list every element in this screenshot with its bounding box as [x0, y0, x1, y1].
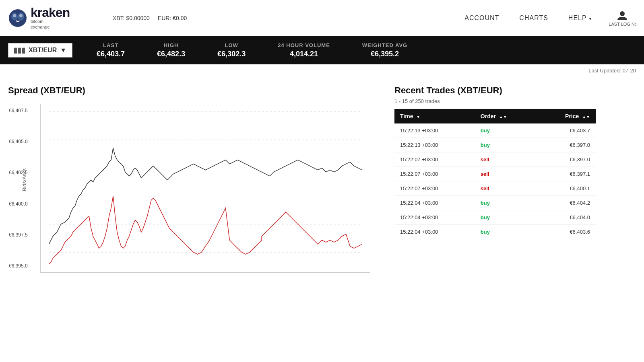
table-header-row: Time ▼ Order ▲▼ Price ▲▼: [394, 109, 596, 123]
nav-account[interactable]: ACCOUNT: [464, 14, 499, 22]
y-tick-1: €6,405.0: [9, 139, 28, 144]
table-row: 15:22:07 +03:00sell€6,397.1: [394, 167, 596, 181]
trade-order: buy: [475, 225, 537, 239]
table-row: 15:22:04 +03:00buy€6,404.0: [394, 210, 596, 225]
chart-bar-icon: ▮▮▮: [13, 46, 25, 55]
last-label: LAST: [103, 42, 118, 48]
trade-price: €6,403.7: [537, 123, 596, 138]
high-label: HIGH: [164, 42, 179, 48]
chart-section: Spread (XBT/EUR) Bids/Asks €6,407.5 €6,4…: [8, 85, 378, 273]
main-nav: ACCOUNT CHARTS HELP: [464, 14, 592, 22]
last-updated-text: Last Updated: 07-20: [588, 68, 636, 74]
ticker-bar: ▮▮▮ XBT/EUR ▼ LAST €6,403.7 HIGH €6,482.…: [0, 36, 644, 64]
svg-point-0: [9, 9, 27, 27]
trades-table: Time ▼ Order ▲▼ Price ▲▼ 15:22:13 +03:00…: [394, 109, 596, 239]
trade-price: €6,397.0: [537, 152, 596, 167]
nav-help[interactable]: HELP: [568, 14, 592, 22]
balance-info: XBT: $0.00000 EUR: €0.00: [113, 15, 187, 21]
logo-name: kraken: [31, 6, 70, 19]
trades-subtitle: 1 - 15 of 250 trades: [394, 98, 596, 104]
chart-title: Spread (XBT/EUR): [8, 85, 378, 96]
stat-high: HIGH €6,482.3: [157, 42, 185, 58]
y-tick-5: €6,395.0: [9, 263, 28, 269]
eur-balance: EUR: €0.00: [158, 15, 187, 21]
table-row: 15:22:07 +03:00sell€6,400.1: [394, 181, 596, 196]
wavg-label: WEIGHTED AVG: [362, 42, 407, 48]
trade-time: 15:22:04 +03:00: [394, 210, 475, 225]
table-row: 15:22:04 +03:00buy€6,404.2: [394, 196, 596, 210]
user-area[interactable]: LAST LOGIN:: [609, 10, 636, 27]
trade-price: €6,403.6: [537, 225, 596, 239]
low-label: LOW: [225, 42, 238, 48]
trade-price: €6,400.1: [537, 181, 596, 196]
volume-label: 24 HOUR VOLUME: [278, 42, 330, 48]
svg-point-3: [13, 14, 16, 17]
y-tick-4: €6,397.5: [9, 232, 28, 238]
trade-price: €6,404.2: [537, 196, 596, 210]
trade-time: 15:22:07 +03:00: [394, 167, 475, 181]
user-icon: [617, 10, 628, 21]
high-value: €6,482.3: [157, 50, 185, 58]
trade-time: 15:22:04 +03:00: [394, 225, 475, 239]
logo-text: kraken bitcoin exchange: [31, 6, 70, 29]
trade-order: buy: [475, 210, 537, 225]
trades-title: Recent Trades (XBT/EUR): [394, 85, 596, 96]
time-sort-icon: ▼: [416, 115, 420, 119]
trade-time: 15:22:07 +03:00: [394, 152, 475, 167]
col-time[interactable]: Time ▼: [394, 109, 475, 123]
stat-wavg: WEIGHTED AVG €6,395.2: [362, 42, 407, 58]
table-row: 15:22:07 +03:00sell€6,397.0: [394, 152, 596, 167]
svg-point-4: [19, 14, 23, 17]
ticker-stats: LAST €6,403.7 HIGH €6,482.3 LOW €6,302.3…: [97, 42, 636, 58]
trade-time: 15:22:07 +03:00: [394, 181, 475, 196]
y-tick-2: €6,402.5: [9, 170, 28, 175]
trade-time: 15:22:04 +03:00: [394, 196, 475, 210]
trade-order: sell: [475, 152, 537, 167]
pair-label: XBT/EUR: [29, 47, 57, 54]
y-tick-3: €6,400.0: [9, 201, 28, 207]
kraken-logo-icon: [8, 8, 27, 28]
trade-order: buy: [475, 138, 537, 152]
spread-chart-svg: [40, 104, 370, 273]
trades-section: Recent Trades (XBT/EUR) 1 - 15 of 250 tr…: [394, 85, 596, 273]
volume-value: 4,014.21: [290, 50, 318, 58]
main-content: Spread (XBT/EUR) Bids/Asks €6,407.5 €6,4…: [0, 77, 644, 281]
logo-area: kraken bitcoin exchange: [8, 6, 97, 29]
stat-low: LOW €6,302.3: [217, 42, 246, 58]
trade-time: 15:22:13 +03:00: [394, 138, 475, 152]
trade-order: sell: [475, 181, 537, 196]
low-value: €6,302.3: [217, 50, 246, 58]
pair-selector[interactable]: ▮▮▮ XBT/EUR ▼: [8, 43, 72, 58]
dropdown-icon: ▼: [60, 47, 66, 54]
y-tick-0: €6,407.5: [9, 108, 28, 113]
col-price[interactable]: Price ▲▼: [537, 109, 596, 123]
trade-order: sell: [475, 167, 537, 181]
trade-price: €6,397.1: [537, 167, 596, 181]
trade-price: €6,397.0: [537, 138, 596, 152]
table-row: 15:22:04 +03:00buy€6,403.6: [394, 225, 596, 239]
stat-last: LAST €6,403.7: [97, 42, 125, 58]
trade-order: buy: [475, 196, 537, 210]
table-row: 15:22:13 +03:00buy€6,397.0: [394, 138, 596, 152]
last-login-label: LAST LOGIN:: [609, 22, 636, 27]
stat-volume: 24 HOUR VOLUME 4,014.21: [278, 42, 330, 58]
logo-sub: bitcoin exchange: [31, 19, 70, 29]
xbt-balance: XBT: $0.00000: [113, 15, 150, 21]
last-value: €6,403.7: [97, 50, 125, 58]
trade-price: €6,404.0: [537, 210, 596, 225]
main-header: kraken bitcoin exchange XBT: $0.00000 EU…: [0, 0, 644, 36]
svg-point-5: [620, 11, 625, 16]
price-sort-icon: ▲▼: [582, 115, 590, 119]
last-updated-bar: Last Updated: 07-20: [0, 64, 644, 77]
table-row: 15:22:13 +03:00buy€6,403.7: [394, 123, 596, 138]
order-sort-icon: ▲▼: [499, 115, 507, 119]
nav-charts[interactable]: CHARTS: [519, 14, 548, 22]
wavg-value: €6,395.2: [371, 50, 399, 58]
trade-time: 15:22:13 +03:00: [394, 123, 475, 138]
trade-order: buy: [475, 123, 537, 138]
col-order[interactable]: Order ▲▼: [475, 109, 537, 123]
